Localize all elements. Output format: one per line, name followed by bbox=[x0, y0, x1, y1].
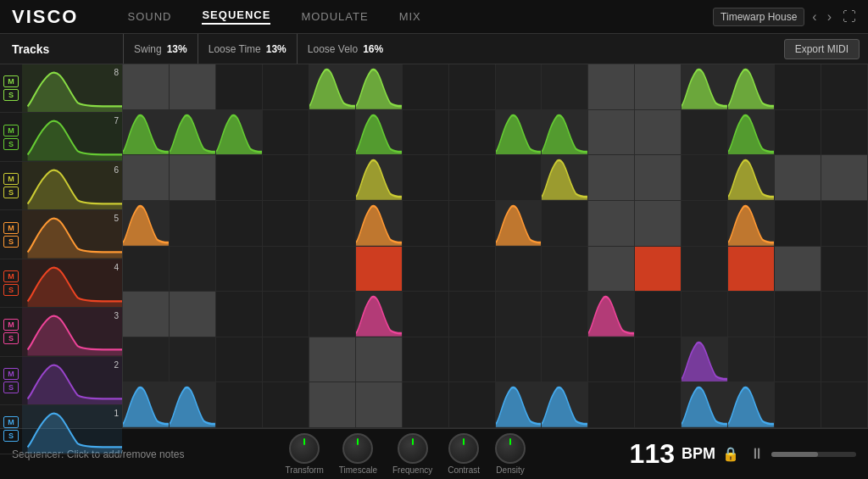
grid-cell[interactable] bbox=[403, 382, 449, 427]
grid-cell[interactable] bbox=[449, 247, 496, 292]
loose-time-value[interactable]: 13% bbox=[266, 43, 287, 55]
grid-cell[interactable] bbox=[682, 292, 728, 337]
grid-cell[interactable] bbox=[775, 155, 821, 200]
grid-cell[interactable] bbox=[775, 382, 821, 427]
grid-cell[interactable] bbox=[449, 201, 496, 246]
grid-cell[interactable] bbox=[821, 337, 868, 382]
mute-button-track-7[interactable]: M bbox=[3, 125, 19, 136]
grid-cell[interactable] bbox=[123, 247, 170, 292]
grid-cell[interactable] bbox=[216, 155, 263, 200]
grid-cell[interactable] bbox=[123, 292, 170, 337]
grid-cell[interactable] bbox=[263, 292, 309, 337]
grid-cell[interactable] bbox=[728, 292, 775, 337]
grid-cell[interactable] bbox=[123, 337, 170, 382]
grid-cell[interactable] bbox=[728, 337, 775, 382]
grid-cell[interactable] bbox=[263, 382, 309, 427]
grid-cell[interactable] bbox=[309, 110, 356, 155]
grid-cell[interactable] bbox=[775, 64, 821, 109]
grid-cell[interactable] bbox=[356, 247, 403, 292]
loose-velo-value[interactable]: 16% bbox=[363, 43, 383, 55]
grid-cell[interactable] bbox=[682, 110, 728, 155]
grid-cell[interactable] bbox=[496, 292, 542, 337]
grid-cell[interactable] bbox=[403, 337, 449, 382]
knob-contrast[interactable] bbox=[448, 433, 479, 464]
grid-cell[interactable] bbox=[728, 201, 775, 246]
grid-cell[interactable] bbox=[356, 382, 403, 427]
grid-cell[interactable] bbox=[496, 337, 542, 382]
grid-cell[interactable] bbox=[170, 155, 216, 200]
grid-cell[interactable] bbox=[496, 64, 542, 109]
grid-cell[interactable] bbox=[588, 110, 635, 155]
solo-button-track-7[interactable]: S bbox=[3, 138, 19, 150]
grid-cell[interactable] bbox=[309, 292, 356, 337]
grid-cell[interactable] bbox=[588, 247, 635, 292]
solo-button-track-8[interactable]: S bbox=[3, 89, 19, 101]
grid-cell[interactable] bbox=[542, 155, 588, 200]
grid-cell[interactable] bbox=[588, 292, 635, 337]
grid-cell[interactable] bbox=[309, 337, 356, 382]
grid-cell[interactable] bbox=[216, 292, 263, 337]
grid-cell[interactable] bbox=[356, 64, 403, 109]
grid-cell[interactable] bbox=[682, 337, 728, 382]
knob-frequency[interactable] bbox=[398, 433, 428, 464]
preset-prev-arrow[interactable]: ‹ bbox=[810, 9, 819, 25]
mute-button-track-3[interactable]: M bbox=[3, 319, 19, 331]
grid-cell[interactable] bbox=[588, 337, 635, 382]
grid-cell[interactable] bbox=[635, 337, 682, 382]
nav-sound[interactable]: SOUND bbox=[127, 10, 171, 23]
knob-timescale[interactable] bbox=[342, 433, 373, 464]
bpm-value[interactable]: 113 bbox=[630, 438, 675, 470]
solo-button-track-4[interactable]: S bbox=[3, 284, 19, 296]
grid-cell[interactable] bbox=[170, 64, 216, 109]
knob-transform[interactable] bbox=[289, 433, 320, 464]
mute-button-track-5[interactable]: M bbox=[3, 222, 19, 234]
preset-next-arrow[interactable]: › bbox=[825, 9, 834, 25]
grid-cell[interactable] bbox=[635, 292, 682, 337]
grid-cell[interactable] bbox=[403, 110, 449, 155]
mute-button-track-2[interactable]: M bbox=[3, 368, 19, 380]
preset-name[interactable]: Timewarp House bbox=[713, 8, 804, 26]
grid-cell[interactable] bbox=[728, 64, 775, 109]
grid-cell[interactable] bbox=[123, 110, 170, 155]
grid-cell[interactable] bbox=[542, 382, 588, 427]
grid-cell[interactable] bbox=[635, 247, 682, 292]
grid-cell[interactable] bbox=[682, 382, 728, 427]
grid-cell[interactable] bbox=[216, 110, 263, 155]
grid-cell[interactable] bbox=[542, 337, 588, 382]
grid-cell[interactable] bbox=[728, 110, 775, 155]
grid-cell[interactable] bbox=[728, 155, 775, 200]
solo-button-track-5[interactable]: S bbox=[3, 236, 19, 248]
grid-cell[interactable] bbox=[263, 110, 309, 155]
grid-cell[interactable] bbox=[588, 64, 635, 109]
grid-cell[interactable] bbox=[216, 337, 263, 382]
grid-cell[interactable] bbox=[123, 64, 170, 109]
grid-cell[interactable] bbox=[775, 337, 821, 382]
grid-cell[interactable] bbox=[775, 201, 821, 246]
grid-cell[interactable] bbox=[263, 337, 309, 382]
grid-cell[interactable] bbox=[216, 64, 263, 109]
solo-button-track-3[interactable]: S bbox=[3, 332, 19, 344]
grid-cell[interactable] bbox=[821, 382, 868, 427]
grid-cell[interactable] bbox=[170, 382, 216, 427]
grid-cell[interactable] bbox=[635, 64, 682, 109]
grid-cell[interactable] bbox=[449, 110, 496, 155]
grid-cell[interactable] bbox=[775, 110, 821, 155]
grid-cell[interactable] bbox=[588, 201, 635, 246]
grid-cell[interactable] bbox=[263, 64, 309, 109]
grid-cell[interactable] bbox=[263, 155, 309, 200]
grid-cell[interactable] bbox=[682, 64, 728, 109]
grid-cell[interactable] bbox=[821, 110, 868, 155]
grid-cell[interactable] bbox=[309, 201, 356, 246]
grid-cell[interactable] bbox=[403, 247, 449, 292]
mute-button-track-8[interactable]: M bbox=[3, 75, 19, 87]
grid-cell[interactable] bbox=[588, 155, 635, 200]
mute-button-track-1[interactable]: M bbox=[3, 416, 19, 428]
grid-cell[interactable] bbox=[635, 201, 682, 246]
grid-cell[interactable] bbox=[449, 155, 496, 200]
grid-cell[interactable] bbox=[309, 382, 356, 427]
grid-cell[interactable] bbox=[682, 247, 728, 292]
grid-cell[interactable] bbox=[682, 201, 728, 246]
grid-cell[interactable] bbox=[170, 337, 216, 382]
grid-cell[interactable] bbox=[728, 382, 775, 427]
fullscreen-button[interactable]: ⛶ bbox=[843, 9, 856, 25]
